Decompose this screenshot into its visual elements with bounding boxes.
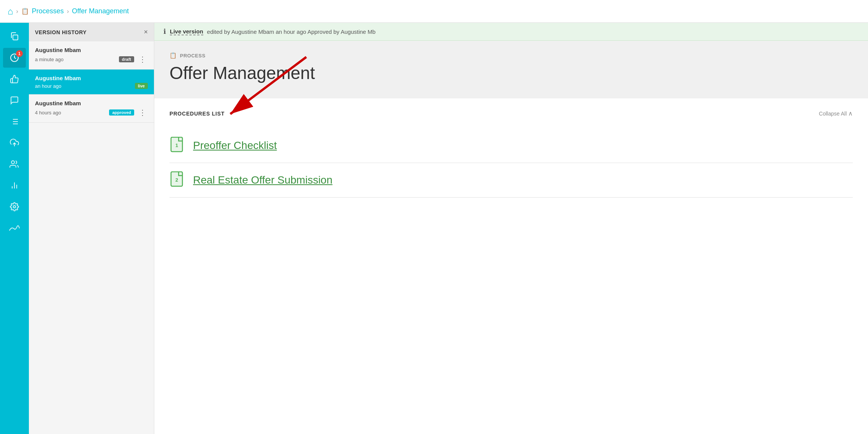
svg-point-13	[13, 206, 16, 208]
version-item-1[interactable]: Augustine Mbam a minute ago draft ⋮	[29, 41, 154, 70]
version-time-2: an hour ago	[35, 83, 61, 89]
procedure-file-icon-1: 1	[170, 137, 185, 154]
chevron-up-icon: ∧	[848, 110, 853, 117]
sidebar-chart-icon[interactable]	[3, 176, 26, 195]
sep1: ›	[16, 8, 18, 15]
main-content: ℹ Live version edited by Augustine Mbam …	[154, 23, 868, 434]
procedure-link-2[interactable]: Real Estate Offer Submission	[193, 174, 333, 186]
sidebar-upload-icon[interactable]	[3, 133, 26, 153]
current-page-label: Offer Management	[72, 7, 129, 15]
sidebar-signature-icon[interactable]	[3, 218, 26, 238]
version-history-panel: VERSION HISTORY × Augustine Mbam a minut…	[29, 23, 154, 434]
sidebar-chat-icon[interactable]	[3, 90, 26, 110]
processes-icon: 📋	[21, 8, 29, 15]
version-item-2[interactable]: Augustine Mbam an hour ago live	[29, 70, 154, 95]
process-header: 📋 PROCESS Offer Management	[154, 41, 868, 98]
version-panel-header: VERSION HISTORY ×	[29, 23, 154, 41]
clock-badge: 1	[16, 50, 23, 57]
procedure-icon-wrap-1: 1	[169, 136, 186, 155]
svg-rect-0	[13, 35, 18, 40]
process-label-text: PROCESS	[180, 53, 206, 59]
procedure-icon-wrap-2: 2	[169, 171, 186, 190]
process-label-icon: 📋	[169, 52, 177, 59]
sidebar-users-icon[interactable]	[3, 154, 26, 174]
procedure-file-icon-2: 2	[170, 171, 185, 189]
version-item-3[interactable]: Augustine Mbam 4 hours ago approved ⋮	[29, 95, 154, 123]
icon-sidebar: 1	[0, 23, 29, 434]
svg-point-9	[11, 161, 14, 164]
breadcrumb: ⌂ › 📋 Processes › Offer Management	[0, 0, 868, 23]
version-author-2: Augustine Mbam	[35, 75, 81, 81]
version-time-1: a minute ago	[35, 57, 63, 62]
sidebar-thumbsup-icon[interactable]	[3, 69, 26, 89]
info-circle-icon: ℹ	[163, 27, 166, 36]
version-badge-draft: draft	[119, 56, 134, 62]
version-author-3: Augustine Mbam	[35, 100, 81, 106]
sidebar-list-icon[interactable]	[3, 112, 26, 131]
version-panel-title: VERSION HISTORY	[35, 29, 87, 35]
procedures-section-title: PROCEDURES LIST	[169, 111, 225, 117]
version-badge-live: live	[135, 83, 148, 89]
procedure-link-1[interactable]: Preoffer Checklist	[193, 139, 277, 152]
process-title: Offer Management	[169, 63, 853, 83]
procedures-section: PROCEDURES LIST Collapse All ∧ 1	[154, 98, 868, 434]
collapse-all-label: Collapse All	[819, 111, 847, 117]
sidebar-copy-icon[interactable]	[3, 27, 26, 46]
sep2: ›	[67, 8, 69, 15]
version-more-1[interactable]: ⋮	[137, 55, 148, 64]
version-time-3: 4 hours ago	[35, 110, 61, 116]
version-panel-close-button[interactable]: ×	[144, 28, 148, 36]
sidebar-settings-icon[interactable]	[3, 197, 26, 217]
procedure-item-1[interactable]: 1 Preoffer Checklist	[169, 128, 853, 163]
version-author-1: Augustine Mbam	[35, 47, 81, 53]
version-more-3[interactable]: ⋮	[137, 108, 148, 117]
version-badge-approved: approved	[109, 109, 134, 116]
svg-text:1: 1	[175, 143, 178, 148]
info-banner: ℹ Live version edited by Augustine Mbam …	[154, 23, 868, 41]
svg-text:2: 2	[175, 177, 178, 183]
info-live-label: Live version	[170, 28, 203, 35]
sidebar-clock-icon[interactable]: 1	[3, 48, 26, 68]
processes-link[interactable]: Processes	[32, 7, 64, 15]
collapse-all-button[interactable]: Collapse All ∧	[819, 110, 853, 117]
procedure-item-2[interactable]: 2 Real Estate Offer Submission	[169, 163, 853, 198]
home-icon[interactable]: ⌂	[8, 6, 13, 17]
info-banner-message: edited by Augustine Mbam an hour ago App…	[207, 29, 376, 35]
